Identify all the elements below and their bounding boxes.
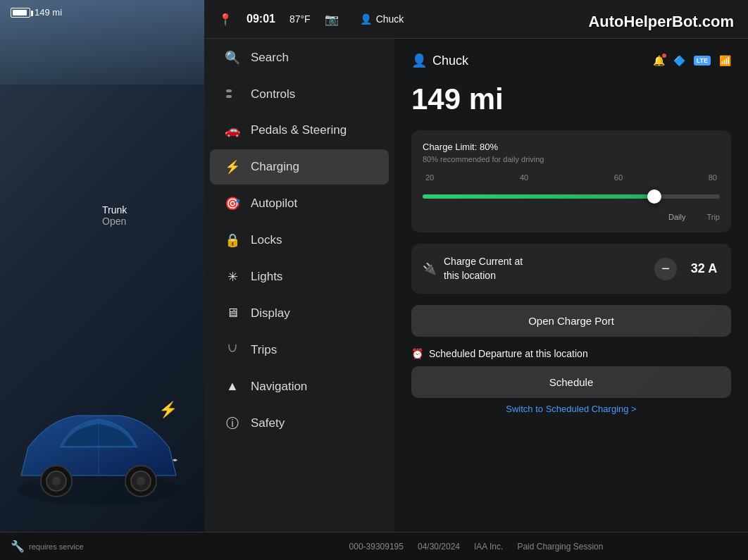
sidebar-item-search[interactable]: 🔍 Search xyxy=(210,40,389,75)
charging-icon: ⚡ xyxy=(224,159,241,175)
switch-charging-link[interactable]: Switch to Scheduled Charging > xyxy=(411,404,731,414)
sidebar-item-safety[interactable]: ⓘ Safety xyxy=(210,405,389,442)
bottom-bar: 000-39309195 04/30/2024 IAA Inc. Paid Ch… xyxy=(204,532,748,560)
profile-username: Chuck xyxy=(432,54,468,68)
charge-plug-icon: 🔌 xyxy=(423,262,437,275)
charging-label: Charging xyxy=(251,160,299,174)
lights-label: Lights xyxy=(251,270,282,284)
slider-track xyxy=(423,194,720,199)
pedals-icon: 🚗 xyxy=(224,123,241,138)
scheduled-departure-section: ⏰ Scheduled Departure at this location S… xyxy=(411,348,731,414)
top-bar-username: Chuck xyxy=(376,13,404,25)
charge-slider[interactable] xyxy=(423,186,720,207)
svg-point-3 xyxy=(52,477,61,485)
charge-current-controls: − 32 A xyxy=(654,258,720,280)
profile-icons: 🔔 🔷 LTE 📶 xyxy=(653,55,731,66)
slider-fill xyxy=(423,194,654,199)
charge-limit-section: Charge Limit: 80% 80% recommended for da… xyxy=(411,130,731,232)
right-panel: 👤 Chuck 🔔 🔷 LTE 📶 149 mi Charge Limit: 8… xyxy=(394,39,748,560)
car-panel: 149 mi Trunk Open ⚡ xyxy=(0,0,204,560)
battery-miles: 149 mi xyxy=(35,7,62,18)
search-label: Search xyxy=(251,51,289,65)
battery-info: 149 mi xyxy=(11,7,62,18)
trips-icon xyxy=(224,342,241,358)
schedule-button[interactable]: Schedule xyxy=(411,366,731,398)
lights-icon: ✳ xyxy=(224,269,241,285)
charge-current-label: Charge Current atthis location xyxy=(444,255,523,282)
wrench-icon: 🔧 xyxy=(11,540,25,553)
user-icon: 👤 xyxy=(360,13,372,25)
locks-label: Locks xyxy=(251,233,282,247)
search-icon: 🔍 xyxy=(224,50,241,66)
sidebar-item-navigation[interactable]: ▲ Navigation xyxy=(210,369,389,404)
charge-current-left: 🔌 Charge Current atthis location xyxy=(423,255,523,282)
trips-label: Trips xyxy=(251,343,277,357)
safety-icon: ⓘ xyxy=(224,415,241,432)
svg-rect-8 xyxy=(226,89,232,92)
navigation-label: Navigation xyxy=(251,380,307,394)
sidebar-item-autopilot[interactable]: 🎯 Autopilot xyxy=(210,186,389,221)
service-text: requires service xyxy=(29,542,84,551)
pedals-label: Pedals & Steering xyxy=(251,123,347,137)
open-charge-port-button[interactable]: Open Charge Port xyxy=(411,305,731,337)
controls-icon xyxy=(224,87,241,101)
company-text: IAA Inc. xyxy=(474,542,503,552)
trunk-label: Trunk Open xyxy=(102,204,127,227)
slider-labels: 20 40 60 80 xyxy=(423,173,720,182)
slider-daily-label: Daily xyxy=(668,213,685,221)
autopilot-label: Autopilot xyxy=(251,197,297,211)
main-content: 🔍 Search Controls 🚗 Pedals & Steering ⚡ … xyxy=(204,39,748,560)
battery-icon xyxy=(11,8,30,18)
vehicle-id: 000-39309195 xyxy=(349,542,404,552)
display-label: Display xyxy=(251,306,290,321)
charge-limit-title: Charge Limit: 80% xyxy=(423,142,720,152)
slider-trip-label: Trip xyxy=(706,213,720,221)
sidebar-item-lights[interactable]: ✳ Lights xyxy=(210,259,389,294)
scheduled-departure-title: Scheduled Departure at this location xyxy=(429,348,588,359)
svg-point-6 xyxy=(137,477,145,485)
lock-icon: 🔒 xyxy=(224,232,241,248)
camera-icon: 📷 xyxy=(325,13,339,26)
sidebar-item-controls[interactable]: Controls xyxy=(210,77,389,111)
scheduled-departure-header: ⏰ Scheduled Departure at this location xyxy=(411,348,731,359)
temperature: 87°F xyxy=(289,13,311,25)
charge-current-section: 🔌 Charge Current atthis location − 32 A xyxy=(411,244,731,294)
slider-thumb[interactable] xyxy=(647,189,661,204)
profile-header: 👤 Chuck 🔔 🔷 LTE 📶 xyxy=(411,53,731,68)
sidebar: 🔍 Search Controls 🚗 Pedals & Steering ⚡ … xyxy=(204,39,394,560)
autopilot-icon: 🎯 xyxy=(224,196,241,211)
date-text: 04/30/2024 xyxy=(418,542,460,552)
charge-current-value: 32 A xyxy=(688,261,720,276)
controls-label: Controls xyxy=(251,87,295,101)
sidebar-item-pedals[interactable]: 🚗 Pedals & Steering xyxy=(210,113,389,148)
range-display: 149 mi xyxy=(411,82,731,116)
display-icon: 🖥 xyxy=(224,306,241,321)
charge-decrease-button[interactable]: − xyxy=(654,258,677,280)
lte-badge: LTE xyxy=(694,56,711,66)
sidebar-item-display[interactable]: 🖥 Display xyxy=(210,296,389,330)
charge-limit-subtitle: 80% recommended for daily driving xyxy=(423,155,720,163)
safety-label: Safety xyxy=(251,416,285,430)
watermark: AutoHelperBot.com xyxy=(588,13,734,31)
bottom-bar-left: 🔧 requires service xyxy=(0,532,204,560)
signal-icon: 📶 xyxy=(719,55,731,66)
charging-session-text: Paid Charging Session xyxy=(517,542,603,552)
navigation-icon: ▲ xyxy=(224,379,241,394)
profile-user-icon: 👤 xyxy=(411,53,427,68)
location-icon: 📍 xyxy=(218,13,232,26)
bluetooth-icon: 🔷 xyxy=(673,55,685,66)
top-bar-user: 👤 Chuck xyxy=(360,13,404,25)
slider-footer: Daily Trip xyxy=(423,213,720,221)
sidebar-item-trips[interactable]: Trips xyxy=(210,332,389,368)
clock: 09:01 xyxy=(247,13,275,25)
profile-name-area: 👤 Chuck xyxy=(411,53,468,68)
sidebar-item-locks[interactable]: 🔒 Locks xyxy=(210,223,389,258)
alarm-icon: ⏰ xyxy=(411,348,423,359)
sidebar-item-charging[interactable]: ⚡ Charging xyxy=(210,149,389,185)
svg-rect-9 xyxy=(226,95,232,98)
notification-icon[interactable]: 🔔 xyxy=(653,55,665,66)
car-visual xyxy=(7,306,197,518)
